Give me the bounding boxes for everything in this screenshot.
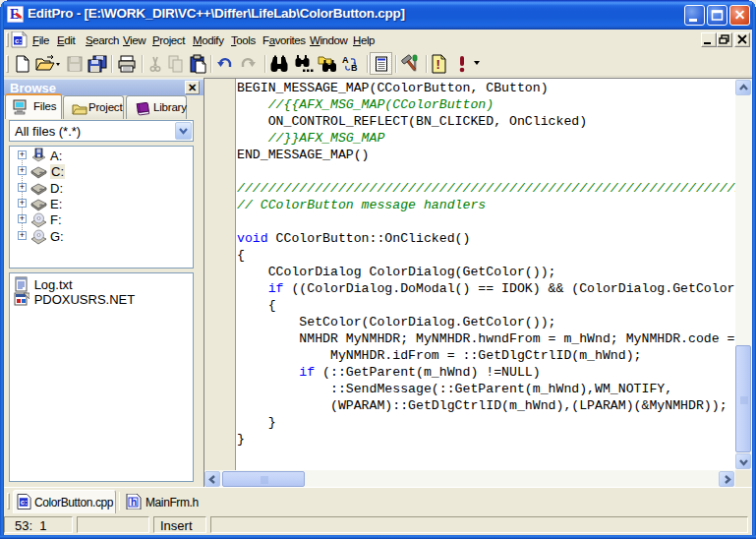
svg-text:h: h	[131, 497, 137, 508]
svg-text:A: A	[342, 55, 349, 65]
svg-text:!: !	[436, 57, 440, 72]
svg-text:c:: c:	[21, 498, 28, 507]
svg-text:c:: c:	[15, 36, 22, 45]
